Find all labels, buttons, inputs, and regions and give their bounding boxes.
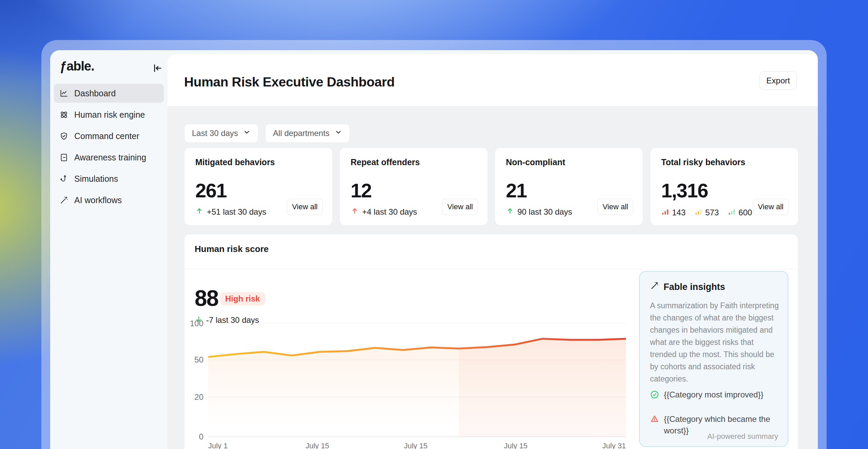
stat-card-total-risky-behaviors: Total risky behaviors 1,316 143 573 <box>650 148 798 226</box>
date-range-filter[interactable]: Last 30 days <box>184 124 258 143</box>
stat-card-delta-text: +51 last 30 days <box>207 207 266 217</box>
page-header: Human Risk Executive Dashboard Export <box>167 54 818 106</box>
sidebar-item-simulations[interactable]: Simulations <box>54 169 164 188</box>
shield-check-icon <box>59 132 68 141</box>
view-all-button[interactable]: View all <box>597 199 633 215</box>
line-chart-icon <box>59 89 68 98</box>
arrow-up-icon <box>351 207 359 217</box>
stat-card-delta: +4 last 30 days <box>351 207 417 217</box>
y-tick-label: 50 <box>189 355 203 365</box>
x-tick-label: July 15 <box>504 442 528 449</box>
chevron-down-icon <box>335 129 342 138</box>
alert-triangle-icon <box>650 414 659 424</box>
y-tick-label: 20 <box>189 392 203 402</box>
y-tick-label: 0 <box>189 432 203 442</box>
main-area: Human Risk Executive Dashboard Export La… <box>167 50 818 449</box>
sidebar-item-label: Simulations <box>74 174 118 184</box>
stat-card-title: Non-compliant <box>506 157 565 167</box>
x-tick-label: July 1 <box>208 442 228 449</box>
risk-breakdown: 143 573 600 <box>661 208 752 218</box>
stat-cards-row: Mitigated behaviors 261 +51 last 30 days… <box>184 148 798 226</box>
human-risk-score-card: Human risk score 88 High risk -7 last 30… <box>184 234 798 449</box>
collapse-sidebar-icon <box>151 70 163 75</box>
page-title: Human Risk Executive Dashboard <box>184 75 395 90</box>
view-all-button[interactable]: View all <box>753 199 789 215</box>
sidebar-item-label: Awareness training <box>74 153 146 162</box>
app-window: ƒable. Dashboard Human risk engin <box>50 50 818 449</box>
stat-card-value: 12 <box>351 179 372 202</box>
wand-sparkles-icon <box>59 196 68 205</box>
check-circle-icon <box>650 390 659 399</box>
bars-icon-red <box>661 208 669 218</box>
x-tick-label: July 15 <box>404 442 428 449</box>
stat-card-delta: 90 last 30 days <box>506 207 572 217</box>
atom-icon <box>59 110 68 119</box>
chevron-down-icon <box>243 129 251 138</box>
breakdown-value: 573 <box>705 208 719 217</box>
stat-card-title: Repeat offenders <box>351 157 420 167</box>
department-filter[interactable]: All departments <box>265 124 350 143</box>
stat-card-non-compliant: Non-compliant 21 90 last 30 days View al… <box>495 148 643 226</box>
sidebar-item-dashboard[interactable]: Dashboard <box>54 84 164 103</box>
sidebar-item-human-risk-engine[interactable]: Human risk engine <box>54 105 164 124</box>
bars-icon-yellow <box>694 208 703 218</box>
insight-item-text: {{Category most improved}} <box>664 389 764 401</box>
stat-card-value: 1,316 <box>661 179 708 202</box>
risk-score-section-title: Human risk score <box>195 244 269 254</box>
risk-score-chart: 10050200 July 1July 15July 15July 15July… <box>208 324 626 449</box>
filters-row: Last 30 days All departments <box>184 124 350 143</box>
risk-level-badge: High risk <box>220 292 265 306</box>
y-tick-label: 100 <box>189 319 203 328</box>
desktop-background: ƒable. Dashboard Human risk engin <box>0 0 868 449</box>
bars-icon-green <box>728 208 736 218</box>
department-value: All departments <box>273 129 330 138</box>
stat-card-mitigated-behaviors: Mitigated behaviors 261 +51 last 30 days… <box>184 148 333 226</box>
stat-card-value: 21 <box>506 179 527 202</box>
collapse-sidebar-button[interactable] <box>151 62 163 74</box>
stat-card-delta-text: +4 last 30 days <box>362 207 417 217</box>
stat-card-title: Mitigated behaviors <box>195 157 275 167</box>
stat-card-title: Total risky behaviors <box>661 157 745 167</box>
export-button[interactable]: Export <box>760 71 797 90</box>
sidebar-item-label: AI workflows <box>74 195 122 205</box>
fish-hook-icon <box>59 174 68 183</box>
arrow-up-icon <box>506 207 514 217</box>
fable-insights-panel: Fable insights A summarization by Faith … <box>639 271 788 447</box>
view-all-button[interactable]: View all <box>442 199 478 215</box>
stat-card-delta: +51 last 30 days <box>195 207 266 217</box>
stat-card-delta-text: 90 last 30 days <box>517 207 572 217</box>
insights-title-row: Fable insights <box>650 281 725 293</box>
breakdown-medium: 573 <box>694 208 719 218</box>
breakdown-value: 600 <box>738 208 752 217</box>
stat-card-value: 261 <box>195 179 226 202</box>
breakdown-low: 600 <box>728 208 752 218</box>
date-range-value: Last 30 days <box>192 129 238 138</box>
sidebar-item-label: Command center <box>74 131 139 141</box>
sidebar-item-ai-workflows[interactable]: AI workflows <box>54 191 164 210</box>
insights-body: A summarization by Faith interpreting th… <box>650 299 780 385</box>
sidebar-item-label: Dashboard <box>74 89 116 98</box>
stat-card-repeat-offenders: Repeat offenders 12 +4 last 30 days View… <box>339 148 488 226</box>
sidebar-nav: Dashboard Human risk engine Command cent… <box>54 84 164 212</box>
book-icon <box>59 153 68 162</box>
x-tick-label: July 31 <box>602 442 626 449</box>
breakdown-value: 143 <box>672 208 686 217</box>
risk-score-line-chart <box>208 324 626 449</box>
sidebar: ƒable. Dashboard Human risk engin <box>50 50 167 449</box>
sidebar-item-command-center[interactable]: Command center <box>54 126 164 145</box>
insight-item-improved: {{Category most improved}} <box>650 389 776 401</box>
insights-footer: AI-powered summary <box>707 432 778 441</box>
sidebar-item-awareness-training[interactable]: Awareness training <box>54 148 164 167</box>
x-tick-label: July 15 <box>305 442 329 449</box>
view-all-button[interactable]: View all <box>287 199 323 215</box>
divider <box>184 269 798 269</box>
risk-score-value: 88 <box>195 285 218 311</box>
sidebar-item-label: Human risk engine <box>74 110 145 120</box>
arrow-up-icon <box>195 207 203 217</box>
app-logo: ƒable. <box>60 59 94 74</box>
breakdown-high: 143 <box>661 208 686 218</box>
insights-title: Fable insights <box>664 282 725 292</box>
wand-sparkles-icon <box>650 281 659 293</box>
